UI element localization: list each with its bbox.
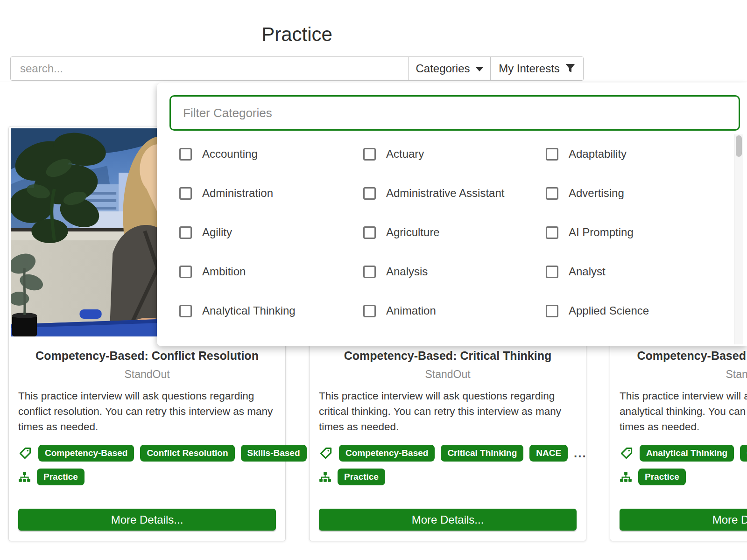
categories-button-label: Categories	[416, 62, 470, 75]
category-option-analyst[interactable]: Analyst	[546, 265, 705, 278]
tag-row: Competency-Based Conflict Resolution Ski…	[18, 445, 276, 462]
tag-row: Competency-Based Critical Thinking NACE …	[319, 445, 577, 462]
category-row: Practice	[18, 469, 276, 485]
category-option-applied-science[interactable]: Applied Science	[546, 304, 705, 317]
sitemap-icon	[319, 471, 331, 483]
category-option-agriculture[interactable]: Agriculture	[363, 226, 546, 239]
more-details-button[interactable]: More Details...	[319, 509, 577, 531]
category-pill[interactable]: Practice	[338, 469, 385, 485]
scrollbar-thumb[interactable]	[736, 135, 742, 157]
category-option-analysis[interactable]: Analysis	[363, 265, 546, 278]
checkbox[interactable]	[546, 148, 558, 161]
tag-icon	[620, 446, 634, 460]
category-option-adaptability[interactable]: Adaptability	[546, 147, 705, 161]
category-option-ai-prompting[interactable]: AI Prompting	[546, 226, 705, 239]
category-option-advertising[interactable]: Advertising	[546, 187, 705, 200]
sitemap-icon	[18, 471, 31, 483]
chevron-down-icon	[476, 67, 483, 71]
category-option-actuary[interactable]: Actuary	[363, 147, 546, 161]
my-interests-button[interactable]: My Interests	[490, 57, 583, 80]
checkbox[interactable]	[546, 266, 558, 278]
checkbox[interactable]	[363, 187, 376, 200]
card-description: This practice interview will ask questio…	[620, 388, 747, 434]
categories-button[interactable]: Categories	[408, 57, 490, 80]
categories-dropdown-panel: Accounting Actuary Adaptability Administ…	[157, 83, 747, 346]
tag-pill[interactable]: Competency-Based	[740, 445, 747, 462]
checkbox[interactable]	[179, 226, 192, 239]
more-details-button[interactable]: More Details...	[18, 509, 276, 531]
checkbox[interactable]	[363, 148, 376, 161]
card-provider: StandOut	[310, 368, 586, 381]
tag-icon	[319, 446, 333, 460]
card-provider: StandOut	[9, 368, 285, 381]
tag-pill[interactable]: Analytical Thinking	[640, 445, 734, 462]
category-pill[interactable]: Practice	[37, 469, 85, 485]
card-title: Competency-Based: Analytical Thinking	[610, 349, 747, 363]
category-pill[interactable]: Practice	[638, 469, 686, 485]
category-option-analytical-thinking[interactable]: Analytical Thinking	[179, 304, 363, 317]
card-description: This practice interview will ask questio…	[319, 388, 577, 434]
category-option-administrative-assistant[interactable]: Administrative Assistant	[363, 187, 546, 200]
tag-icon	[18, 446, 32, 460]
page-title: Practice	[10, 23, 584, 46]
filter-funnel-icon	[565, 63, 575, 74]
category-option-agility[interactable]: Agility	[179, 226, 363, 239]
checkbox[interactable]	[546, 187, 558, 200]
checkbox[interactable]	[179, 187, 192, 200]
category-row: Practice	[319, 469, 577, 485]
category-row: Practice	[620, 469, 747, 485]
checkbox[interactable]	[179, 266, 192, 278]
tags-overflow-ellipsis: ...	[574, 446, 587, 461]
tag-pill[interactable]: Competency-Based	[38, 445, 134, 462]
checkbox[interactable]	[179, 148, 192, 161]
sitemap-icon	[620, 471, 632, 483]
card-description: This practice interview will ask questio…	[18, 388, 276, 434]
tag-pill[interactable]: NACE	[529, 445, 568, 462]
tag-pill[interactable]: Skills-Based	[241, 445, 307, 462]
card-title: Competency-Based: Critical Thinking	[310, 349, 586, 363]
search-input[interactable]	[11, 57, 408, 80]
toolbar: Categories My Interests	[10, 56, 584, 81]
tag-row: Analytical Thinking Competency-Based	[620, 445, 747, 462]
category-option-ambition[interactable]: Ambition	[179, 265, 363, 278]
category-checkbox-grid: Accounting Actuary Adaptability Administ…	[179, 147, 705, 317]
more-details-button[interactable]: More Details...	[620, 509, 747, 531]
panel-scrollbar[interactable]	[734, 134, 743, 344]
checkbox[interactable]	[546, 226, 558, 239]
checkbox[interactable]	[546, 305, 558, 317]
category-option-administration[interactable]: Administration	[179, 187, 363, 200]
checkbox[interactable]	[363, 226, 376, 239]
tag-pill[interactable]: Competency-Based	[339, 445, 435, 462]
category-option-animation[interactable]: Animation	[363, 304, 546, 317]
checkbox[interactable]	[179, 305, 192, 317]
checkbox[interactable]	[363, 305, 376, 317]
tag-pill[interactable]: Conflict Resolution	[140, 445, 234, 462]
filter-categories-input[interactable]	[169, 95, 740, 131]
checkbox[interactable]	[363, 266, 376, 278]
toolbar-divider	[0, 82, 747, 82]
my-interests-button-label: My Interests	[499, 62, 560, 75]
category-option-accounting[interactable]: Accounting	[179, 147, 363, 161]
card-provider: StandOut	[610, 368, 747, 381]
card-title: Competency-Based: Conflict Resolution	[9, 349, 285, 363]
tag-pill[interactable]: Critical Thinking	[441, 445, 523, 462]
